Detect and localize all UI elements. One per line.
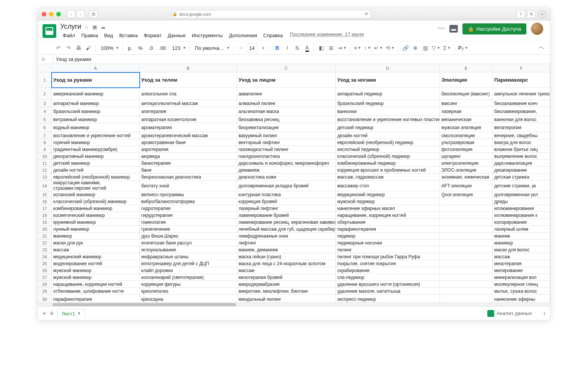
row-header-1[interactable]: 1: [38, 72, 52, 88]
cell-D9[interactable]: кислотный педикюр: [336, 146, 440, 153]
cell-B6[interactable]: ароматерапия: [140, 123, 237, 132]
cell-F14[interactable]: детские стрижки, ук: [493, 180, 550, 191]
row-header-13[interactable]: 13: [38, 174, 52, 180]
paint-format-button[interactable]: 🖌: [84, 43, 93, 52]
row-header-22[interactable]: 22: [38, 239, 52, 246]
cell-C25[interactable]: маска для лица с 24-хкаратным золотом: [237, 260, 336, 267]
text-color-button[interactable]: A: [302, 43, 312, 52]
cell-D13[interactable]: массаж, гидромассаж: [336, 174, 440, 180]
row-header-23[interactable]: 23: [38, 246, 52, 253]
new-tab-button[interactable]: +: [538, 10, 546, 18]
cell-F29[interactable]: мытье, сушка волос: [493, 288, 550, 295]
cell-D2[interactable]: аппаратный педикюр: [336, 88, 440, 100]
cell-F13[interactable]: детская стрижка: [493, 174, 550, 180]
menu-format[interactable]: Формат: [141, 31, 164, 39]
cell-C12[interactable]: демакияж: [237, 167, 336, 174]
cell-E9[interactable]: фотоэпиляция: [440, 146, 493, 153]
cell-B26[interactable]: клайп дорожки: [140, 267, 237, 274]
cell-A16[interactable]: классический (обрезной) маникюр: [52, 198, 140, 205]
cell-D24[interactable]: пилинг при помощи рыбок Гарра Руфа: [336, 253, 440, 260]
cell-E2[interactable]: биоэпиляция (ваксинг): [440, 88, 493, 100]
cell-B21[interactable]: душ Виши,Шарко: [140, 233, 237, 239]
cell-A13[interactable]: европейский (необрезной) маникюр: [52, 174, 140, 180]
cell-E1[interactable]: Эпиляция: [440, 72, 493, 88]
share-browser-button[interactable]: ⇪: [516, 10, 525, 18]
cell-B8[interactable]: аромотравяная баня: [140, 139, 237, 146]
row-header-4[interactable]: 4: [38, 107, 52, 116]
cell-C15[interactable]: контурная пластика: [237, 191, 336, 198]
document-title[interactable]: Услуги: [60, 23, 81, 31]
font-size-inc[interactable]: +: [258, 43, 268, 52]
cell-B15[interactable]: велнесс-программы: [140, 191, 237, 198]
sheet-tab-menu-icon[interactable]: ▼: [77, 312, 81, 315]
cell-F10[interactable]: выпрямление волос: [493, 153, 550, 160]
row-header-11[interactable]: 11: [38, 160, 52, 167]
sheet-tab-1[interactable]: Лист1 ▼: [57, 309, 85, 318]
cell-A11[interactable]: детский маникюр: [52, 160, 140, 167]
cell-E25[interactable]: [440, 260, 493, 267]
row-header-17[interactable]: 17: [38, 205, 52, 212]
zoom-select[interactable]: 100%▼: [98, 43, 120, 52]
cell-B18[interactable]: гирудотерапия: [140, 212, 237, 219]
cell-C24[interactable]: маска гейши (гуано): [237, 253, 336, 260]
cell-E7[interactable]: смолоэпиляция: [440, 132, 493, 139]
menu-help[interactable]: Справка: [261, 31, 286, 39]
cell-F15[interactable]: долговременная укл: [493, 191, 550, 198]
cell-E4[interactable]: лазерная: [440, 107, 493, 116]
cell-F7[interactable]: вечерние, свадебны: [493, 132, 550, 139]
row-header-2[interactable]: 2: [38, 88, 52, 100]
font-size-input[interactable]: 14: [246, 43, 258, 52]
cell-C9[interactable]: газожидкостный пилинг: [237, 146, 336, 153]
menu-addons[interactable]: Дополнения: [226, 31, 260, 39]
more-formats-button[interactable]: 123▼: [170, 43, 188, 52]
cell-A7[interactable]: востановление и укрепление ногтей: [52, 132, 140, 139]
cell-A10[interactable]: декоративный маникюр: [52, 153, 140, 160]
cell-E29[interactable]: [440, 288, 493, 295]
cell-F19[interactable]: колорирование: [493, 219, 550, 226]
cell-F23[interactable]: маски для волос: [493, 246, 550, 253]
maximize-window[interactable]: [56, 12, 61, 16]
cell-D3[interactable]: бразильский педикюр: [336, 100, 440, 107]
cell-C13[interactable]: диагностика кожи: [237, 174, 336, 180]
cell-B11[interactable]: банкотерапия: [140, 160, 237, 167]
row-header-21[interactable]: 21: [38, 233, 52, 239]
cell-F22[interactable]: маникюр: [493, 239, 550, 246]
cell-C14[interactable]: долговременная укладка бровей: [237, 180, 336, 191]
cell-A4[interactable]: бразильский маникюр: [52, 107, 140, 116]
cell-E12[interactable]: ЭЛОС-эпиляция: [440, 167, 493, 174]
cell-D26[interactable]: скрабирование: [336, 267, 440, 274]
cell-A3[interactable]: аппаратный маникюр: [52, 100, 140, 107]
cell-D11[interactable]: комбинированный педикюр: [336, 160, 440, 167]
cell-D10[interactable]: классический (обрезной) педикюр: [336, 153, 440, 160]
cell-F17[interactable]: иллюминирование: [493, 205, 550, 212]
cell-C1[interactable]: Уход за лицом: [237, 72, 336, 88]
col-header-A[interactable]: A: [52, 64, 140, 72]
cloud-icon[interactable]: ☁: [100, 24, 106, 30]
activity-icon[interactable]: 〰: [438, 25, 445, 33]
col-header-C[interactable]: C: [237, 64, 336, 72]
close-window[interactable]: [42, 12, 46, 16]
row-header-28[interactable]: 28: [38, 281, 52, 288]
last-edit-link[interactable]: Последнее изменение: 17 июля: [290, 31, 364, 39]
increase-decimal-button[interactable]: .00: [156, 43, 168, 52]
row-header-6[interactable]: 6: [38, 123, 52, 132]
cell-D16[interactable]: мужской педикюр: [336, 198, 440, 205]
row-header-29[interactable]: 29: [38, 288, 52, 295]
cell-D28[interactable]: удаление вросшего ногтя (ортонексия): [336, 281, 440, 288]
address-bar[interactable]: 🔒 docs.google.com ⟳: [172, 10, 371, 18]
cell-E13[interactable]: энзимная, химическая: [440, 174, 493, 180]
cell-B27[interactable]: коллагенарий (светотерапия): [140, 274, 237, 281]
row-header-18[interactable]: 18: [38, 212, 52, 219]
cell-F5[interactable]: ванночки для волос: [493, 116, 550, 123]
cell-A15[interactable]: испанский маникюр: [52, 191, 140, 198]
cell-E26[interactable]: [440, 267, 493, 274]
wrap-button[interactable]: ↵▼: [373, 43, 384, 52]
move-icon[interactable]: ▣: [92, 24, 97, 30]
bold-button[interactable]: B: [273, 43, 282, 52]
cell-E8[interactable]: ультразвуковая: [440, 139, 493, 146]
cell-D27[interactable]: спа-педикюр: [336, 274, 440, 281]
cell-B4[interactable]: апитерапия: [140, 107, 237, 116]
cell-F24[interactable]: массаж: [493, 253, 550, 260]
cell-C7[interactable]: вакуумный пилинг: [237, 132, 336, 139]
cell-F2[interactable]: ампульное лечение трихолог: [493, 88, 550, 100]
